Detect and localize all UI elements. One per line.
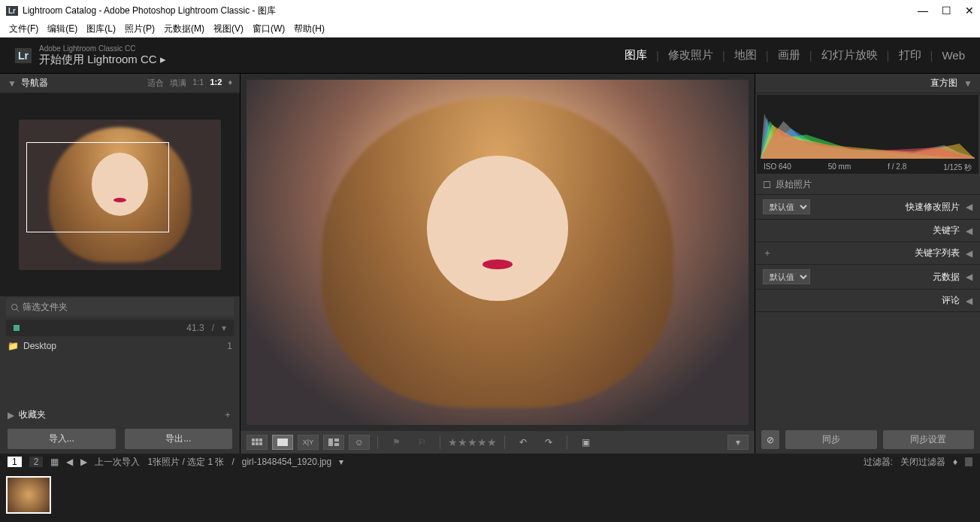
module-library[interactable]: 图库 xyxy=(625,48,647,62)
collections-header[interactable]: ▶ 收藏夹 ＋ xyxy=(0,405,240,424)
module-map[interactable]: 地图 xyxy=(734,48,757,62)
menu-library[interactable]: 图库(L) xyxy=(83,23,119,35)
nav-fill[interactable]: 填满 xyxy=(170,77,186,89)
sync-toggle-icon[interactable]: ⊘ xyxy=(761,430,779,449)
rotate-ccw-icon[interactable]: ↶ xyxy=(513,435,534,450)
right-panel: 直方图 ▼ ISO 640 50 mm f / 2.8 1/125 秒 ☐ 原始… xyxy=(755,74,980,454)
module-develop[interactable]: 修改照片 xyxy=(668,48,713,62)
breadcrumb-count: 1张照片 / 选定 1 张 xyxy=(147,456,224,469)
checkbox-icon: ☐ xyxy=(763,180,771,190)
volume-free: 41.3 xyxy=(186,323,204,333)
folder-filter[interactable]: 筛选文件夹 xyxy=(6,298,234,317)
export-button[interactable]: 导出... xyxy=(125,429,233,449)
loupe-view[interactable] xyxy=(240,74,755,431)
filter-lock-icon[interactable] xyxy=(965,457,972,466)
maximize-icon[interactable]: ☐ xyxy=(942,5,951,17)
menu-window[interactable]: 窗口(W) xyxy=(250,23,288,35)
folder-desktop[interactable]: 📁 Desktop 1 xyxy=(0,338,240,354)
window-title: Lightroom Catalog - Adobe Photoshop Ligh… xyxy=(23,5,918,17)
filmstrip[interactable] xyxy=(0,470,980,522)
quickdev-header[interactable]: 默认值 快速修改照片 ◀ xyxy=(755,194,980,220)
original-photo-checkbox[interactable]: ☐ 原始照片 xyxy=(755,175,980,194)
brand-small: Adobe Lightroom Classic CC xyxy=(39,44,625,53)
chevron-left-icon: ◀ xyxy=(966,296,972,306)
add-collection-icon[interactable]: ＋ xyxy=(223,408,232,421)
chevron-left-icon: ◀ xyxy=(966,248,972,259)
svg-rect-3 xyxy=(256,439,259,442)
sync-settings-button[interactable]: 同步设置 xyxy=(883,430,975,449)
chevron-left-icon: ◀ xyxy=(966,226,972,236)
folder-name: Desktop xyxy=(23,341,56,351)
volume-name xyxy=(24,323,182,333)
rotate-cw-icon[interactable]: ↷ xyxy=(538,435,559,450)
grid-view-button[interactable] xyxy=(247,435,268,450)
survey-view-button[interactable] xyxy=(323,435,344,450)
breadcrumb-dropdown-icon[interactable]: ▾ xyxy=(339,457,343,467)
flag-pick-icon[interactable]: ⚑ xyxy=(386,435,407,450)
module-print[interactable]: 打印 xyxy=(899,48,921,62)
thumbnail-1[interactable] xyxy=(6,476,51,514)
brand-big[interactable]: 开始使用 Lightroom CC ▸ xyxy=(39,53,625,67)
menu-view[interactable]: 视图(V) xyxy=(210,23,247,35)
next-icon[interactable]: ▶ xyxy=(80,457,87,467)
titlebar: Lr Lightroom Catalog - Adobe Photoshop L… xyxy=(0,0,980,21)
left-panel: ▼ 导航器 适合 填满 1:1 1:2 ♦ 筛选文件夹 xyxy=(0,74,240,454)
loupe-view-button[interactable] xyxy=(272,435,293,450)
add-keyword-icon[interactable]: ＋ xyxy=(763,247,772,259)
metadata-label: 元数据 xyxy=(816,271,960,284)
navigator-label: 导航器 xyxy=(21,77,147,90)
menu-metadata[interactable]: 元数据(M) xyxy=(161,23,207,35)
metadata-header[interactable]: 默认值 元数据 ◀ xyxy=(755,265,980,290)
keywords-header[interactable]: 关键字 ◀ xyxy=(755,220,980,242)
compare-view-button[interactable]: X|Y xyxy=(298,435,319,450)
navigator-crop-frame[interactable] xyxy=(26,142,169,232)
menu-help[interactable]: 帮助(H) xyxy=(291,23,328,35)
rating-stars[interactable]: ★★★★★ xyxy=(448,436,497,448)
comments-header[interactable]: 评论 ◀ xyxy=(755,290,980,312)
chevron-down-icon: ▼ xyxy=(8,78,17,89)
filter-value[interactable]: 关闭过滤器 xyxy=(900,456,945,469)
nav-1-2[interactable]: 1:2 xyxy=(210,77,222,89)
navigator-preview[interactable] xyxy=(0,93,240,296)
metadata-preset-select[interactable]: 默认值 xyxy=(763,269,810,284)
nav-fit[interactable]: 适合 xyxy=(147,77,164,89)
breadcrumb-source[interactable]: 上一次导入 xyxy=(95,456,140,469)
flag-reject-icon[interactable]: ⚐ xyxy=(411,435,432,450)
nav-zoom-dropdown-icon[interactable]: ♦ xyxy=(228,77,232,89)
svg-rect-8 xyxy=(277,439,288,446)
module-web[interactable]: Web xyxy=(942,49,965,62)
toolbar-dropdown-icon[interactable]: ▾ xyxy=(727,435,749,450)
screen-1[interactable]: 1 xyxy=(8,457,22,467)
comments-label: 评论 xyxy=(763,294,960,307)
people-view-button[interactable]: ☺ xyxy=(349,435,370,450)
keyword-list-header[interactable]: ＋ 关键字列表 ◀ xyxy=(755,242,980,265)
filter-dropdown-icon[interactable]: ♦ xyxy=(953,457,957,467)
module-book[interactable]: 画册 xyxy=(778,48,800,62)
menu-file[interactable]: 文件(F) xyxy=(6,23,41,35)
svg-point-0 xyxy=(12,304,18,310)
module-slideshow[interactable]: 幻灯片放映 xyxy=(821,48,878,62)
app-icon: Lr xyxy=(6,6,18,16)
menu-edit[interactable]: 编辑(E) xyxy=(44,23,80,35)
filter-label: 过滤器: xyxy=(864,456,893,469)
prev-icon[interactable]: ◀ xyxy=(66,457,73,467)
histogram[interactable]: ISO 640 50 mm f / 2.8 1/125 秒 xyxy=(757,95,978,174)
menu-photo[interactable]: 照片(P) xyxy=(122,23,158,35)
crop-overlay-icon[interactable]: ▣ xyxy=(575,435,596,450)
close-icon[interactable]: ✕ xyxy=(965,5,974,17)
navigator-header[interactable]: ▼ 导航器 适合 填满 1:1 1:2 ♦ xyxy=(0,74,240,93)
svg-rect-10 xyxy=(334,439,339,442)
histogram-header[interactable]: 直方图 ▼ xyxy=(755,74,980,93)
screen-2[interactable]: 2 xyxy=(29,457,44,467)
grid-icon[interactable]: ▦ xyxy=(50,457,59,467)
import-button[interactable]: 导入... xyxy=(8,429,116,449)
histo-aperture: f / 2.8 xyxy=(888,162,906,173)
photo-preview xyxy=(247,80,749,425)
nav-1-1[interactable]: 1:1 xyxy=(192,77,204,89)
quickdev-preset-select[interactable]: 默认值 xyxy=(763,199,810,214)
chevron-down-icon[interactable]: ▾ xyxy=(222,323,226,333)
sync-button[interactable]: 同步 xyxy=(785,430,877,449)
chevron-right-icon: ▶ xyxy=(8,410,14,420)
minimize-icon[interactable]: — xyxy=(918,5,928,17)
volume-row[interactable]: 41.3 / ▾ xyxy=(6,320,234,336)
